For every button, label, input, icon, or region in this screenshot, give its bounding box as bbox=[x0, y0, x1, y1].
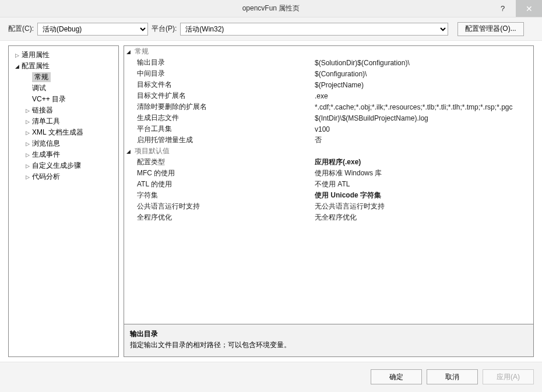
property-name: 中间目录 bbox=[137, 69, 315, 79]
property-name: 配置类型 bbox=[137, 157, 315, 167]
property-row[interactable]: 目标文件名$(ProjectName) bbox=[124, 79, 533, 90]
property-value: 无公共语言运行时支持 bbox=[315, 202, 533, 211]
property-row[interactable]: 启用托管增量生成否 bbox=[124, 135, 533, 146]
property-group-header[interactable]: ◢项目默认值 bbox=[124, 146, 533, 157]
chevron-right-icon[interactable]: ▷ bbox=[24, 151, 31, 158]
collapse-icon: ◢ bbox=[126, 49, 135, 55]
tree-spacer bbox=[24, 96, 31, 103]
property-row[interactable]: 平台工具集v100 bbox=[124, 123, 533, 135]
tree-panel[interactable]: ▷通用属性◢配置属性常规调试VC++ 目录▷链接器▷清单工具▷XML 文档生成器… bbox=[8, 45, 119, 357]
property-value: 应用程序(.exe) bbox=[315, 157, 533, 167]
tree-item-label: 清单工具 bbox=[32, 116, 60, 126]
property-name: 平台工具集 bbox=[137, 124, 315, 134]
platform-select[interactable]: 活动(Win32) bbox=[180, 23, 448, 36]
property-name: 目标文件扩展名 bbox=[137, 91, 315, 101]
property-row[interactable]: 输出目录$(SolutionDir)$(Configuration)\ bbox=[124, 57, 533, 68]
tree-item[interactable]: ▷链接器 bbox=[11, 105, 116, 116]
chevron-right-icon[interactable]: ▷ bbox=[24, 174, 31, 181]
property-group-name: 项目默认值 bbox=[135, 146, 170, 156]
property-name: 启用托管增量生成 bbox=[137, 135, 315, 145]
tree-item-label: VC++ 目录 bbox=[32, 94, 66, 104]
property-grid[interactable]: ◢常规输出目录$(SolutionDir)$(Configuration)\中间… bbox=[124, 45, 534, 324]
property-name: 目标文件名 bbox=[137, 80, 315, 90]
platform-label: 平台(P): bbox=[152, 24, 177, 34]
tree-item[interactable]: 常规 bbox=[11, 72, 116, 83]
property-name: 全程序优化 bbox=[137, 213, 315, 223]
cancel-button[interactable]: 取消 bbox=[427, 369, 478, 384]
tree-item-label: 自定义生成步骤 bbox=[32, 161, 81, 171]
property-row[interactable]: 配置类型应用程序(.exe) bbox=[124, 157, 533, 168]
window-title: opencvFun 属性页 bbox=[242, 3, 300, 13]
property-value: 使用 Unicode 字符集 bbox=[315, 190, 533, 200]
chevron-down-icon[interactable]: ◢ bbox=[13, 63, 20, 70]
tree-item[interactable]: VC++ 目录 bbox=[11, 94, 116, 105]
titlebar-controls: ? ✕ bbox=[490, 0, 542, 17]
chevron-right-icon[interactable]: ▷ bbox=[13, 52, 20, 59]
property-row[interactable]: 公共语言运行时支持无公共语言运行时支持 bbox=[124, 201, 533, 212]
tree-item[interactable]: ▷代码分析 bbox=[11, 171, 116, 182]
tree-item[interactable]: ▷浏览信息 bbox=[11, 138, 116, 149]
tree-item[interactable]: ▷清单工具 bbox=[11, 116, 116, 127]
property-value: *.cdf;*.cache;*.obj;*.ilk;*.resources;*.… bbox=[315, 103, 533, 111]
property-row[interactable]: 字符集使用 Unicode 字符集 bbox=[124, 190, 533, 201]
tree-item[interactable]: ▷XML 文档生成器 bbox=[11, 127, 116, 138]
ok-button[interactable]: 确定 bbox=[371, 369, 422, 384]
close-button[interactable]: ✕ bbox=[516, 0, 542, 17]
property-row[interactable]: 中间目录$(Configuration)\ bbox=[124, 68, 533, 79]
config-label: 配置(C): bbox=[8, 24, 34, 34]
tree-item[interactable]: ◢配置属性 bbox=[11, 61, 116, 72]
property-name: MFC 的使用 bbox=[137, 168, 315, 178]
chevron-right-icon[interactable]: ▷ bbox=[24, 163, 31, 169]
property-row[interactable]: 生成日志文件$(IntDir)\$(MSBuildProjectName).lo… bbox=[124, 112, 533, 123]
content-panel: ◢常规输出目录$(SolutionDir)$(Configuration)\中间… bbox=[124, 45, 534, 357]
property-row[interactable]: 清除时要删除的扩展名*.cdf;*.cache;*.obj;*.ilk;*.re… bbox=[124, 101, 533, 112]
help-icon: ? bbox=[501, 4, 505, 13]
apply-button[interactable]: 应用(A) bbox=[483, 369, 534, 384]
toolbar: 配置(C): 活动(Debug) 平台(P): 活动(Win32) 配置管理器(… bbox=[0, 17, 542, 41]
chevron-right-icon[interactable]: ▷ bbox=[24, 129, 31, 136]
property-value: $(IntDir)\$(MSBuildProjectName).log bbox=[315, 114, 533, 122]
property-name: 输出目录 bbox=[137, 58, 315, 68]
collapse-icon: ◢ bbox=[126, 149, 135, 154]
property-value: .exe bbox=[315, 92, 533, 100]
tree-item-label: 配置属性 bbox=[22, 61, 50, 71]
config-manager-button[interactable]: 配置管理器(O)... bbox=[457, 22, 523, 36]
property-value: 不使用 ATL bbox=[315, 179, 533, 189]
config-select[interactable]: 活动(Debug) bbox=[37, 23, 148, 36]
chevron-right-icon[interactable]: ▷ bbox=[24, 107, 31, 114]
property-row[interactable]: 全程序优化无全程序优化 bbox=[124, 212, 533, 223]
titlebar: opencvFun 属性页 ? ✕ bbox=[0, 0, 542, 17]
chevron-right-icon[interactable]: ▷ bbox=[24, 140, 31, 147]
property-name: 公共语言运行时支持 bbox=[137, 202, 315, 211]
property-value: $(Configuration)\ bbox=[315, 70, 533, 78]
description-panel: 输出目录 指定输出文件目录的相对路径；可以包含环境变量。 bbox=[124, 324, 534, 357]
property-name: ATL 的使用 bbox=[137, 179, 315, 189]
tree-spacer bbox=[24, 74, 31, 81]
tree-item-label: 浏览信息 bbox=[32, 139, 60, 149]
property-value: 使用标准 Windows 库 bbox=[315, 168, 533, 178]
tree-item[interactable]: ▷自定义生成步骤 bbox=[11, 160, 116, 171]
property-row[interactable]: 目标文件扩展名.exe bbox=[124, 90, 533, 101]
tree-item[interactable]: 调试 bbox=[11, 83, 116, 94]
description-text: 指定输出文件目录的相对路径；可以包含环境变量。 bbox=[130, 340, 527, 350]
property-name: 字符集 bbox=[137, 190, 315, 200]
tree-item-label: 常规 bbox=[32, 72, 51, 82]
property-row[interactable]: ATL 的使用不使用 ATL bbox=[124, 179, 533, 190]
tree-item-label: 代码分析 bbox=[32, 172, 60, 182]
help-button[interactable]: ? bbox=[490, 0, 516, 17]
tree-item[interactable]: ▷生成事件 bbox=[11, 149, 116, 160]
chevron-right-icon[interactable]: ▷ bbox=[24, 118, 31, 125]
property-row[interactable]: MFC 的使用使用标准 Windows 库 bbox=[124, 168, 533, 179]
property-name: 生成日志文件 bbox=[137, 113, 315, 123]
close-icon: ✕ bbox=[526, 4, 533, 13]
tree-item-label: 链接器 bbox=[32, 105, 53, 115]
property-value: v100 bbox=[315, 125, 533, 133]
tree-item[interactable]: ▷通用属性 bbox=[11, 50, 116, 61]
property-value: 否 bbox=[315, 135, 533, 145]
property-group-name: 常规 bbox=[135, 47, 149, 56]
description-title: 输出目录 bbox=[130, 329, 527, 339]
tree-item-label: 生成事件 bbox=[32, 150, 60, 160]
main-area: ▷通用属性◢配置属性常规调试VC++ 目录▷链接器▷清单工具▷XML 文档生成器… bbox=[0, 41, 542, 362]
property-group-header[interactable]: ◢常规 bbox=[124, 46, 533, 57]
tree-item-label: XML 文档生成器 bbox=[32, 128, 83, 137]
